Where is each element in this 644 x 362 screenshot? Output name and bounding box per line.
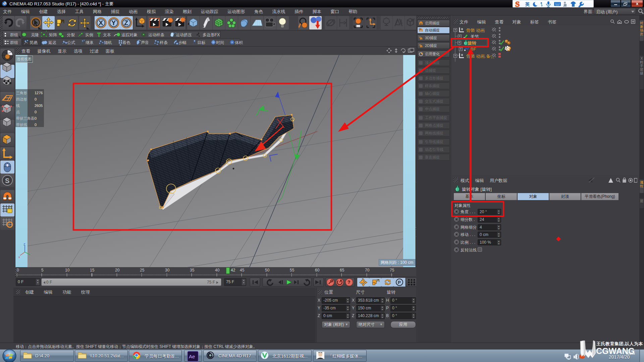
svg-text:英: 英	[525, 2, 530, 7]
svg-text:Y: Y	[111, 19, 116, 26]
svg-text:Ae: Ae	[189, 354, 195, 359]
svg-text:王氏教育集团,以人为本: 王氏教育集团,以人为本	[596, 341, 643, 346]
svg-text:0: 0	[461, 53, 463, 57]
svg-text:x: x	[18, 255, 20, 259]
svg-text:Z: Z	[124, 19, 128, 26]
svg-text:?: ?	[347, 280, 351, 285]
svg-text:.com: .com	[626, 351, 635, 355]
svg-text:P: P	[398, 280, 401, 285]
svg-text:0: 0	[461, 27, 463, 31]
svg-text:S: S	[5, 177, 9, 184]
svg-text:X: X	[99, 19, 103, 26]
svg-text:Z: Z	[23, 243, 25, 246]
